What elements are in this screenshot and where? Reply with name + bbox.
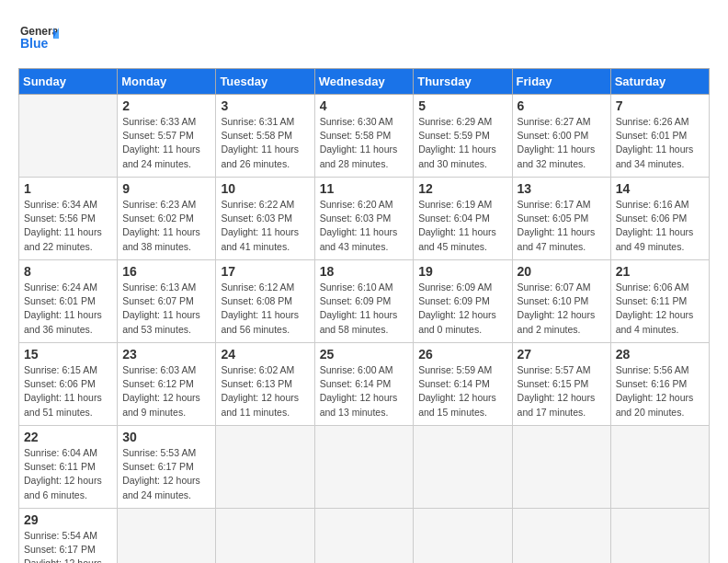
calendar-cell: 21Sunrise: 6:06 AMSunset: 6:11 PMDayligh… <box>610 260 709 343</box>
day-number: 14 <box>616 181 704 196</box>
day-info: Sunrise: 6:24 AMSunset: 6:01 PMDaylight:… <box>24 281 112 337</box>
day-number: 22 <box>24 430 112 444</box>
day-number: 19 <box>418 264 506 279</box>
column-header-monday: Monday <box>118 69 216 95</box>
day-info: Sunrise: 6:04 AMSunset: 6:11 PMDaylight:… <box>24 446 112 502</box>
day-info: Sunrise: 6:12 AMSunset: 6:08 PMDaylight:… <box>221 281 309 337</box>
calendar-cell <box>512 509 610 564</box>
calendar-header-row: SundayMondayTuesdayWednesdayThursdayFrid… <box>19 69 710 95</box>
calendar-cell: 22Sunrise: 6:04 AMSunset: 6:11 PMDayligh… <box>19 426 118 509</box>
week-row-1: 1Sunrise: 6:34 AMSunset: 5:56 PMDaylight… <box>19 178 710 260</box>
calendar-cell: 18Sunrise: 6:10 AMSunset: 6:09 PMDayligh… <box>314 260 414 343</box>
calendar-cell <box>610 426 709 509</box>
calendar-cell <box>414 509 512 564</box>
day-info: Sunrise: 6:22 AMSunset: 6:03 PMDaylight:… <box>221 198 309 254</box>
day-info: Sunrise: 5:53 AMSunset: 6:17 PMDaylight:… <box>122 446 210 502</box>
day-info: Sunrise: 6:17 AMSunset: 6:05 PMDaylight:… <box>518 198 606 254</box>
week-row-4: 22Sunrise: 6:04 AMSunset: 6:11 PMDayligh… <box>19 426 710 509</box>
calendar-cell <box>314 426 414 509</box>
calendar-cell: 24Sunrise: 6:02 AMSunset: 6:13 PMDayligh… <box>216 343 314 426</box>
day-number: 13 <box>518 181 606 196</box>
day-number: 21 <box>616 264 704 279</box>
day-number: 16 <box>122 264 210 279</box>
page-header: General Blue <box>18 18 710 59</box>
day-number: 9 <box>122 181 210 196</box>
calendar-cell: 19Sunrise: 6:09 AMSunset: 6:09 PMDayligh… <box>414 260 512 343</box>
calendar-cell: 20Sunrise: 6:07 AMSunset: 6:10 PMDayligh… <box>512 260 610 343</box>
day-number: 12 <box>418 181 506 196</box>
day-number: 17 <box>221 264 309 279</box>
day-number: 4 <box>320 98 409 113</box>
day-number: 24 <box>221 347 309 362</box>
day-info: Sunrise: 6:26 AMSunset: 6:01 PMDaylight:… <box>616 115 704 171</box>
calendar-cell: 11Sunrise: 6:20 AMSunset: 6:03 PMDayligh… <box>314 178 414 260</box>
day-info: Sunrise: 6:02 AMSunset: 6:13 PMDaylight:… <box>221 363 309 419</box>
calendar-cell <box>610 509 709 564</box>
calendar-cell: 4Sunrise: 6:30 AMSunset: 5:58 PMDaylight… <box>314 95 414 178</box>
day-info: Sunrise: 6:20 AMSunset: 6:03 PMDaylight:… <box>320 198 409 254</box>
day-info: Sunrise: 6:16 AMSunset: 6:06 PMDaylight:… <box>616 198 704 254</box>
calendar-cell: 29Sunrise: 5:54 AMSunset: 6:17 PMDayligh… <box>19 509 118 564</box>
day-number: 11 <box>320 181 409 196</box>
calendar-cell <box>118 509 216 564</box>
day-number: 30 <box>122 430 210 444</box>
calendar-table: SundayMondayTuesdayWednesdayThursdayFrid… <box>18 68 710 563</box>
day-info: Sunrise: 5:57 AMSunset: 6:15 PMDaylight:… <box>518 363 606 419</box>
day-number: 10 <box>221 181 309 196</box>
calendar-cell: 26Sunrise: 5:59 AMSunset: 6:14 PMDayligh… <box>414 343 512 426</box>
day-info: Sunrise: 6:30 AMSunset: 5:58 PMDaylight:… <box>320 115 409 171</box>
calendar-cell: 30Sunrise: 5:53 AMSunset: 6:17 PMDayligh… <box>118 426 216 509</box>
day-number: 2 <box>122 98 210 113</box>
calendar-cell: 10Sunrise: 6:22 AMSunset: 6:03 PMDayligh… <box>216 178 314 260</box>
calendar-cell: 13Sunrise: 6:17 AMSunset: 6:05 PMDayligh… <box>512 178 610 260</box>
day-info: Sunrise: 6:06 AMSunset: 6:11 PMDaylight:… <box>616 281 704 337</box>
calendar-cell: 3Sunrise: 6:31 AMSunset: 5:58 PMDaylight… <box>216 95 314 178</box>
column-header-wednesday: Wednesday <box>314 69 414 95</box>
day-info: Sunrise: 6:31 AMSunset: 5:58 PMDaylight:… <box>221 115 309 171</box>
calendar-cell: 14Sunrise: 6:16 AMSunset: 6:06 PMDayligh… <box>610 178 709 260</box>
day-number: 18 <box>320 264 409 279</box>
day-info: Sunrise: 6:33 AMSunset: 5:57 PMDaylight:… <box>122 115 210 171</box>
day-number: 28 <box>616 347 704 362</box>
day-number: 29 <box>24 512 112 527</box>
calendar-cell <box>216 509 314 564</box>
day-info: Sunrise: 6:03 AMSunset: 6:12 PMDaylight:… <box>122 363 210 419</box>
day-number: 25 <box>320 347 409 362</box>
day-info: Sunrise: 6:29 AMSunset: 5:59 PMDaylight:… <box>418 115 506 171</box>
day-number: 7 <box>616 98 704 113</box>
week-row-5: 29Sunrise: 5:54 AMSunset: 6:17 PMDayligh… <box>19 509 710 564</box>
calendar-cell <box>512 426 610 509</box>
week-row-3: 15Sunrise: 6:15 AMSunset: 6:06 PMDayligh… <box>19 343 710 426</box>
column-header-tuesday: Tuesday <box>216 69 314 95</box>
day-info: Sunrise: 5:56 AMSunset: 6:16 PMDaylight:… <box>616 363 704 419</box>
column-header-thursday: Thursday <box>414 69 512 95</box>
column-header-friday: Friday <box>512 69 610 95</box>
day-info: Sunrise: 6:07 AMSunset: 6:10 PMDaylight:… <box>518 281 606 337</box>
week-row-2: 8Sunrise: 6:24 AMSunset: 6:01 PMDaylight… <box>19 260 710 343</box>
day-number: 6 <box>518 98 606 113</box>
day-info: Sunrise: 6:23 AMSunset: 6:02 PMDaylight:… <box>122 198 210 254</box>
logo: General Blue <box>18 18 63 59</box>
calendar-cell: 15Sunrise: 6:15 AMSunset: 6:06 PMDayligh… <box>19 343 118 426</box>
day-info: Sunrise: 6:27 AMSunset: 6:00 PMDaylight:… <box>518 115 606 171</box>
calendar-cell: 5Sunrise: 6:29 AMSunset: 5:59 PMDaylight… <box>414 95 512 178</box>
day-number: 27 <box>518 347 606 362</box>
calendar-cell: 27Sunrise: 5:57 AMSunset: 6:15 PMDayligh… <box>512 343 610 426</box>
calendar-cell: 7Sunrise: 6:26 AMSunset: 6:01 PMDaylight… <box>610 95 709 178</box>
day-info: Sunrise: 5:54 AMSunset: 6:17 PMDaylight:… <box>24 529 112 563</box>
day-number: 1 <box>24 181 112 196</box>
day-number: 8 <box>24 264 112 279</box>
calendar-cell: 1Sunrise: 6:34 AMSunset: 5:56 PMDaylight… <box>19 178 118 260</box>
calendar-cell: 28Sunrise: 5:56 AMSunset: 6:16 PMDayligh… <box>610 343 709 426</box>
calendar-cell: 6Sunrise: 6:27 AMSunset: 6:00 PMDaylight… <box>512 95 610 178</box>
day-info: Sunrise: 6:10 AMSunset: 6:09 PMDaylight:… <box>320 281 409 337</box>
day-info: Sunrise: 6:19 AMSunset: 6:04 PMDaylight:… <box>418 198 506 254</box>
day-number: 23 <box>122 347 210 362</box>
day-info: Sunrise: 6:34 AMSunset: 5:56 PMDaylight:… <box>24 198 112 254</box>
calendar-cell: 8Sunrise: 6:24 AMSunset: 6:01 PMDaylight… <box>19 260 118 343</box>
calendar-cell <box>216 426 314 509</box>
svg-text:Blue: Blue <box>20 36 49 51</box>
day-info: Sunrise: 6:15 AMSunset: 6:06 PMDaylight:… <box>24 363 112 419</box>
logo-icon: General Blue <box>18 18 59 59</box>
day-info: Sunrise: 6:13 AMSunset: 6:07 PMDaylight:… <box>122 281 210 337</box>
